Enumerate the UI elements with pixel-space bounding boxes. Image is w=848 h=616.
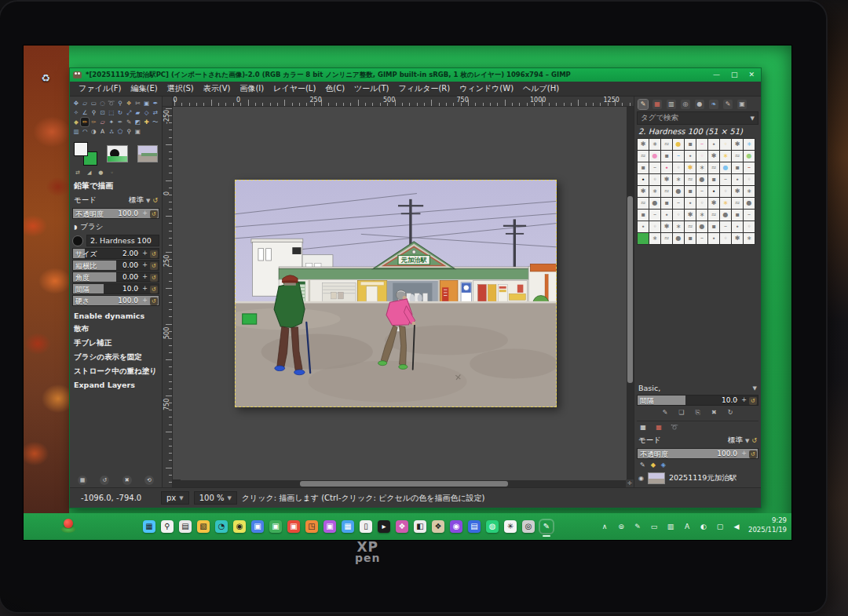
brush-cell-78[interactable]: ∙: [732, 221, 743, 232]
toggle-3[interactable]: ブラシの表示を固定: [72, 350, 159, 364]
taskbar-app-blue-icon[interactable]: ▣: [251, 520, 264, 533]
menu-item-5[interactable]: レイヤー(L): [269, 82, 320, 96]
brush-cell-19[interactable]: ●: [744, 151, 755, 162]
btn-restore-options-icon[interactable]: ↺: [100, 476, 109, 485]
tool-zoom-icon[interactable]: ⚲: [90, 108, 97, 117]
brush-cell-51[interactable]: ●: [649, 198, 660, 209]
taskbar-mail-icon[interactable]: ▤: [468, 520, 481, 533]
brush-cell-66[interactable]: ≈: [708, 210, 719, 221]
brush-grid[interactable]: ✱∗≈●▪–∙◦✱∗≈●▪–∙◦✱∗≈●▪–∙◦✱∗≈●▪–∙◦✱∗≈●▪–∙◦…: [637, 138, 755, 245]
mini-pattern-link-icon[interactable]: ◦: [110, 169, 113, 176]
layers-tab-layers-tab-icon[interactable]: ▦: [638, 423, 648, 432]
menu-item-9[interactable]: ウィンドウ(W): [455, 82, 517, 96]
tool-color-picker-icon[interactable]: ✧: [72, 108, 80, 117]
opacity-slider[interactable]: 不透明度100.0- +↺: [72, 208, 159, 219]
brush-cell-47[interactable]: ◦: [720, 186, 731, 197]
brush-cell-20[interactable]: ▪: [638, 162, 649, 173]
horizontal-scrollbar[interactable]: [173, 480, 626, 487]
recycle-bin-icon[interactable]: ♻: [38, 72, 53, 89]
brush-cell-48[interactable]: ✱: [732, 186, 743, 197]
chevron-down-icon[interactable]: ▼: [751, 115, 755, 122]
taskbar-onenote-icon[interactable]: ▣: [323, 520, 336, 533]
tool-warp-icon[interactable]: ஃ: [108, 127, 115, 136]
brush-cell-63[interactable]: ◦: [673, 210, 684, 221]
close-button[interactable]: ✕: [748, 68, 755, 82]
brush-cell-13[interactable]: –: [673, 151, 684, 162]
brush-cell-1[interactable]: ∗: [649, 139, 660, 150]
brush-cell-52[interactable]: ▪: [661, 198, 672, 209]
taskbar-settings-ring-icon[interactable]: ◎: [522, 520, 535, 533]
tool-alignment-icon[interactable]: ▱: [81, 99, 89, 108]
brush-cell-89[interactable]: ∗: [744, 233, 755, 244]
brush-cell-75[interactable]: ●: [696, 221, 707, 232]
tool-default-colors-icon[interactable]: ▣: [133, 127, 141, 136]
brush-editor-section[interactable]: Basic, ▼: [637, 382, 758, 394]
btn-reset-options-icon[interactable]: ⟲: [144, 476, 154, 485]
navigation-button[interactable]: ✛: [626, 479, 634, 487]
dock-tab-buffers-tab-icon[interactable]: ❧: [709, 100, 718, 109]
brush-cell-50[interactable]: ≈: [638, 198, 649, 209]
brush-cell-3[interactable]: ●: [673, 139, 684, 150]
tray-tray-volume-icon[interactable]: ◀: [732, 523, 741, 530]
brush-cell-22[interactable]: ∙: [661, 162, 672, 173]
unit-selector[interactable]: px▼: [161, 491, 189, 505]
dock-tab-palettes-tab-icon[interactable]: ◎: [681, 100, 690, 109]
tool-ellipse-select-icon[interactable]: ◌: [99, 99, 107, 108]
brush-cell-27[interactable]: ●: [720, 162, 731, 173]
fg-bg-color-swatch[interactable]: [74, 142, 97, 166]
brush-cell-53[interactable]: –: [673, 198, 684, 209]
brush-cell-42[interactable]: ≈: [661, 186, 672, 197]
brush-cell-71[interactable]: ◦: [649, 221, 660, 232]
brush-cell-34[interactable]: ≈: [685, 174, 696, 185]
brush-btn-delete-brush-icon[interactable]: ✖: [711, 409, 717, 417]
paint-mode-row[interactable]: モード 標準 ▼ ↺: [72, 194, 159, 207]
tool-paths-icon[interactable]: ✒: [152, 99, 159, 108]
layer-visibility-icon[interactable]: ◉: [638, 475, 644, 482]
mini-swap-colors-icon[interactable]: ⇄: [75, 169, 80, 176]
tool-shear-icon[interactable]: ▰: [133, 108, 141, 117]
vertical-scrollbar[interactable]: [627, 107, 634, 479]
tool-perspective-icon[interactable]: ◇: [143, 108, 151, 117]
tool-flip-icon[interactable]: ⇄: [152, 108, 159, 117]
v-scroll-thumb[interactable]: [627, 196, 633, 383]
taskbar-start-icon[interactable]: ▦: [143, 520, 155, 533]
maximize-button[interactable]: □: [731, 68, 738, 82]
brush-cell-68[interactable]: ▪: [732, 210, 743, 221]
brush-cell-14[interactable]: ∙: [685, 151, 696, 162]
tray-tray-pen-driver-icon[interactable]: ✎: [633, 523, 642, 530]
btn-save-options-icon[interactable]: ▦: [78, 476, 87, 485]
tray-tray-display-icon[interactable]: ▢: [715, 523, 725, 530]
tool-slider-2[interactable]: 角度0.00- +↺: [72, 272, 159, 282]
toggle-0[interactable]: Enable dynamics: [72, 309, 159, 322]
tool-scale-icon[interactable]: ⤢: [125, 108, 133, 117]
brush-cell-81[interactable]: ∗: [649, 233, 660, 244]
tool-slider-0[interactable]: サイズ2.00- +↺: [72, 248, 159, 259]
dock-tab-brushes-tab-icon[interactable]: ✎: [638, 100, 648, 109]
menu-item-3[interactable]: 表示(V): [199, 82, 235, 96]
tool-measure-icon[interactable]: ∠: [81, 108, 89, 117]
brush-cell-8[interactable]: ✱: [732, 139, 743, 150]
chevron-down-icon[interactable]: ▼: [146, 198, 150, 204]
taskbar-search-icon[interactable]: ⚲: [161, 520, 174, 533]
tool-fuzzy-select-icon[interactable]: ⚲: [116, 99, 124, 108]
brush-cell-65[interactable]: ∗: [696, 210, 707, 221]
minimize-button[interactable]: —: [713, 68, 720, 82]
brush-cell-64[interactable]: ✱: [685, 210, 696, 221]
brush-name-field[interactable]: 2. Hardness 100: [86, 235, 159, 246]
vertical-ruler[interactable]: -2500250500750: [163, 107, 173, 487]
taskbar-widget-flower-icon[interactable]: [61, 519, 75, 534]
taskbar-file-explorer-icon[interactable]: ▧: [197, 520, 210, 533]
brush-cell-83[interactable]: ●: [673, 233, 684, 244]
menu-item-8[interactable]: フィルター(R): [394, 82, 454, 96]
tool-foreground-select-icon[interactable]: ▣: [143, 99, 151, 108]
taskbar-paint-icon[interactable]: ◧: [414, 520, 426, 533]
brush-cell-88[interactable]: ✱: [732, 233, 743, 244]
tool-pencil-icon[interactable]: ✏: [81, 118, 89, 126]
tray-tray-battery-icon[interactable]: ▥: [666, 523, 675, 530]
chevron-down-icon[interactable]: ▼: [753, 385, 757, 392]
taskbar-app-tan-icon[interactable]: ❖: [432, 520, 444, 533]
brush-btn-refresh-brushes-icon[interactable]: ↻: [728, 409, 733, 417]
brush-cell-35[interactable]: ●: [696, 174, 707, 185]
brush-cell-82[interactable]: ≈: [661, 233, 672, 244]
brush-cell-4[interactable]: ▪: [685, 139, 696, 150]
